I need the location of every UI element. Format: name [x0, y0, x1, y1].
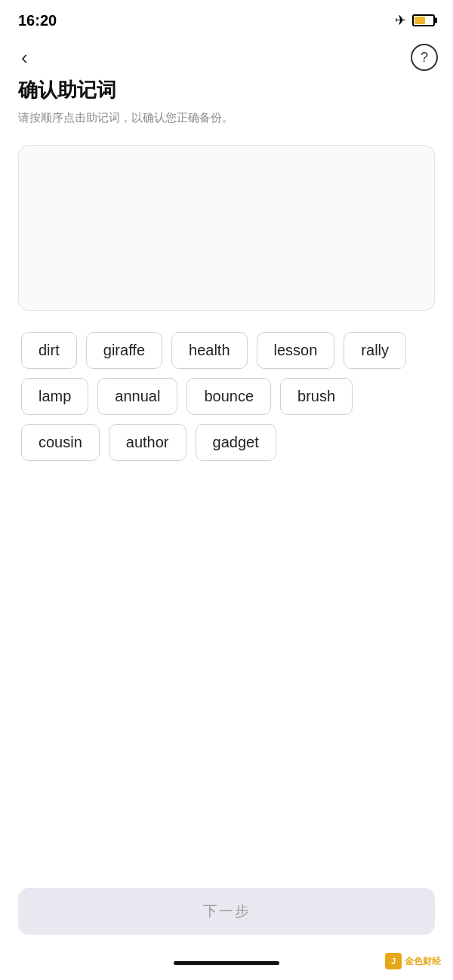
page-content: 确认助记词 请按顺序点击助记词，以确认您正确备份。 dirtgiraffehea… — [0, 77, 453, 461]
status-time: 16:20 — [18, 12, 57, 29]
watermark: J 金色财经 — [385, 953, 441, 969]
word-chip-rally[interactable]: rally — [344, 332, 406, 369]
next-button-container: 下一步 — [18, 888, 435, 935]
page-title: 确认助记词 — [18, 77, 435, 103]
word-chip-bounce[interactable]: bounce — [186, 378, 271, 415]
watermark-icon: J — [385, 953, 402, 969]
battery-icon — [412, 14, 435, 26]
battery-fill — [414, 17, 425, 24]
home-indicator — [174, 961, 279, 965]
word-chip-author[interactable]: author — [109, 424, 186, 461]
word-chip-health[interactable]: health — [171, 332, 248, 369]
next-button[interactable]: 下一步 — [18, 888, 435, 935]
word-chip-dirt[interactable]: dirt — [21, 332, 77, 369]
nav-bar: ‹ ? — [0, 38, 453, 77]
words-container: dirtgiraffehealthlessonrallylampannualbo… — [18, 332, 435, 461]
watermark-text: 金色财经 — [405, 955, 441, 968]
phrase-display-box — [18, 145, 435, 311]
word-chip-lamp[interactable]: lamp — [21, 378, 88, 415]
word-chip-cousin[interactable]: cousin — [21, 424, 100, 461]
word-chip-giraffe[interactable]: giraffe — [86, 332, 162, 369]
status-icons: ✈ — [395, 12, 435, 29]
page-subtitle: 请按顺序点击助记词，以确认您正确备份。 — [18, 109, 435, 127]
word-chip-annual[interactable]: annual — [97, 378, 177, 415]
help-button[interactable]: ? — [411, 44, 438, 71]
airplane-icon: ✈ — [395, 12, 406, 29]
word-chip-lesson[interactable]: lesson — [257, 332, 335, 369]
status-bar: 16:20 ✈ — [0, 0, 453, 38]
back-button[interactable]: ‹ — [15, 45, 34, 70]
word-chip-brush[interactable]: brush — [280, 378, 353, 415]
word-chip-gadget[interactable]: gadget — [196, 424, 276, 461]
